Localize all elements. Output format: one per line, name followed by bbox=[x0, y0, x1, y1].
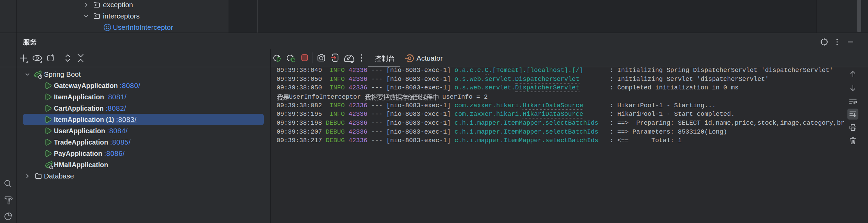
svg-text:C: C bbox=[106, 25, 109, 30]
